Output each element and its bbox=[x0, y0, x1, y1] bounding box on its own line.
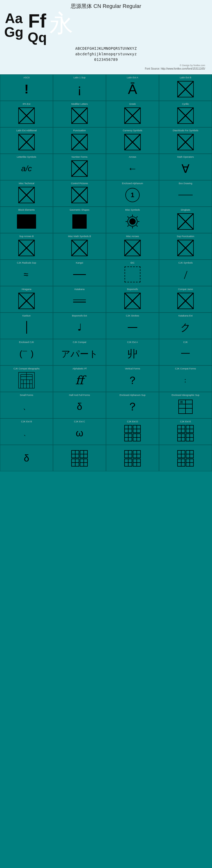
glyph-ideographic-enc: 囲 bbox=[178, 399, 193, 415]
cell-label-ascii: ASCII bbox=[23, 76, 30, 79]
glyph-bottom-cjk-2 bbox=[71, 450, 88, 467]
glyph-xbox-currency bbox=[124, 134, 141, 150]
cell-label-bopomofo: Bopomofo bbox=[127, 288, 138, 291]
cell-small-forms: Small Forms 、 bbox=[0, 392, 53, 418]
cell-label-katakana-ext: Katakana Ext bbox=[178, 314, 193, 317]
cell-cjk-symbols: CJK Symbols ｜ bbox=[159, 259, 212, 286]
cell-label-currency: Currency Symbols bbox=[123, 129, 142, 132]
preview-aa: Aa bbox=[4, 11, 23, 25]
glyph-dash-kangxi bbox=[73, 274, 86, 275]
cell-number-forms: Number Forms bbox=[53, 154, 106, 180]
cell-ascii: ASCII ! bbox=[0, 74, 53, 101]
svg-text:囲: 囲 bbox=[180, 401, 183, 404]
cell-label-cyrillic: Cyrillic bbox=[182, 103, 189, 105]
cell-alpha-pf: Alphabetic Pf ﬀ bbox=[53, 366, 106, 392]
cell-katakana-ext: Katakana Ext ク bbox=[159, 313, 212, 339]
glyph-xbox-latin-ext-b bbox=[177, 81, 194, 97]
glyph-arrow: ← bbox=[128, 163, 137, 174]
glyph-omega-bottom: δ bbox=[24, 453, 29, 464]
cell-bottom-4 bbox=[159, 445, 212, 471]
cell-geometric: Geometric Shapes bbox=[53, 207, 106, 233]
cell-label-control: Control Pictures bbox=[71, 182, 88, 185]
preview-gg: Gg bbox=[4, 25, 23, 39]
glyph-xbox-misc-arrows bbox=[124, 240, 141, 256]
cell-ipa-ext: IPA Ext bbox=[0, 101, 53, 127]
cell-enclosed-alpha: Enclosed Alphanum 1 bbox=[106, 180, 159, 207]
cell-label-hiragana: Hiragana bbox=[22, 288, 31, 291]
glyph-musical: ♩ bbox=[77, 322, 82, 333]
cell-label-enclosed-cjk: Enclosed CJK bbox=[19, 341, 34, 344]
cell-cjk-ext-b: CJK Ext B 、 bbox=[0, 418, 53, 445]
glyph-xbox-misc-math bbox=[71, 240, 88, 256]
design-credit: © Design by fontke.com bbox=[4, 64, 208, 67]
glyph-exclaim: ! bbox=[24, 83, 29, 96]
svg-point-0 bbox=[129, 218, 136, 225]
glyph-tilde: ≈ bbox=[24, 270, 29, 279]
font-preview: Aa Gg Ff Qq 永 bbox=[4, 11, 208, 44]
cell-label-cjk-compat-forms: CJK Compat Forms bbox=[175, 367, 196, 370]
cell-label-misc-math-b: Misc Math Symbols B bbox=[68, 235, 91, 238]
cell-label-diacriticals: Diacriticals For Symbols bbox=[173, 129, 198, 132]
glyph-cjk-ext-d bbox=[124, 425, 141, 442]
cell-kangxi: Kangxi bbox=[53, 259, 106, 286]
cell-vertical-forms: Vertical Forms ？ bbox=[106, 366, 159, 392]
cell-label-ipa-ext: IPA Ext bbox=[23, 103, 30, 105]
glyph-small-comma: 、 bbox=[23, 402, 30, 412]
cell-cjk-compat-forms: CJK Compat Forms ： bbox=[159, 366, 212, 392]
cell-cjk-ext-a: CJK Ext A 丱 bbox=[106, 339, 159, 366]
glyph-xbox-sup-punct bbox=[177, 240, 194, 256]
cell-cjk-ext-d: CJK Ext D bbox=[106, 418, 159, 445]
cell-label-math-ops: Math Operators bbox=[177, 156, 194, 158]
glyph-black-square bbox=[72, 214, 87, 229]
glyph-cjk-ext-a-char: 丱 bbox=[128, 347, 137, 361]
cell-latin1sup: Latin 1 Sup ¡ bbox=[53, 74, 106, 101]
cell-hiragana: Hiragana bbox=[0, 286, 53, 313]
glyph-vertical-comma: ？ bbox=[127, 373, 138, 388]
cell-arrows: Arrows ← bbox=[106, 154, 159, 180]
glyph-bottom-cjk-3 bbox=[124, 450, 141, 467]
h-line-2 bbox=[73, 302, 86, 303]
cell-enclosed-cjk: Enclosed CJK (㆒) bbox=[0, 339, 53, 366]
cell-label-cjk-main: CJK bbox=[183, 341, 188, 344]
glyph-compat-forms: ： bbox=[182, 376, 189, 384]
cell-label-idc: IDC bbox=[130, 261, 135, 265]
cell-label-cjk-symbols: CJK Symbols bbox=[178, 261, 193, 265]
cell-idc: IDC bbox=[106, 259, 159, 286]
cell-label-latin-ext-add: Latin Ext Additional bbox=[17, 129, 37, 132]
cell-math-ops: Math Operators ∀ bbox=[159, 154, 212, 180]
glyph-xbox-compat-jamo bbox=[177, 293, 194, 309]
cell-bottom-1: δ bbox=[0, 445, 53, 471]
cell-label-half-full: Half And Full Forms bbox=[69, 394, 90, 397]
glyph-small-comma-b: 、 bbox=[23, 429, 30, 437]
cell-enclosed-ideographic-sup: Enclosed Ideographic Sup 囲 bbox=[159, 392, 212, 418]
cell-misc-math-b: Misc Math Symbols B bbox=[53, 233, 106, 259]
cell-label-katakana: Katakana bbox=[75, 288, 84, 291]
cell-currency: Currency Symbols bbox=[106, 127, 159, 154]
cell-bottom-3 bbox=[106, 445, 159, 471]
cell-cjk-compat: CJK Compat アパート bbox=[53, 339, 106, 366]
cell-label-cjk-ext-e: CJK Ext E bbox=[180, 420, 191, 423]
cell-kanbun: Kanbun bbox=[0, 313, 53, 339]
preview-alphabet: ABCDEFGHIJKLMNOPQRSTUVWXYZ abcdefghijklm… bbox=[4, 44, 208, 64]
cell-greek: Greek bbox=[106, 101, 159, 127]
cell-label-cjk-radicals-sup: CJK Radicals Sup bbox=[17, 261, 36, 265]
cell-bottom-2 bbox=[53, 445, 106, 471]
glyph-dashed-box bbox=[125, 267, 140, 282]
cell-dingbats: Dingbats bbox=[159, 207, 212, 233]
glyph-short-stroke bbox=[128, 327, 137, 328]
glyph-xbox-ipa bbox=[18, 107, 35, 124]
font-source: Font Source: http://www.fontke.com/font/… bbox=[4, 67, 208, 71]
cell-label-block-elements: Block Elements bbox=[18, 209, 35, 212]
cell-bopomofo-ext: Bopomofo Ext ♩ bbox=[53, 313, 106, 339]
cell-half-full-forms: Half And Full Forms δ bbox=[53, 392, 106, 418]
glyph-half-full: δ bbox=[77, 401, 82, 412]
cell-compat-jamo: Compat Jamo bbox=[159, 286, 212, 313]
glyph-xbox-ctrl bbox=[71, 187, 88, 203]
cell-label-small-forms: Small Forms bbox=[20, 394, 33, 397]
cell-label-compat-ideographs: CJK Compat Ideographs bbox=[14, 367, 40, 370]
svg-line-9 bbox=[128, 225, 129, 227]
glyph-bottom-cjk-4 bbox=[177, 450, 194, 467]
cell-latin-ext-a: Latin Ext A Ā bbox=[106, 74, 159, 101]
cell-label-cjk-ext-d: CJK Ext D bbox=[127, 420, 138, 423]
glyph-sun bbox=[125, 214, 140, 229]
